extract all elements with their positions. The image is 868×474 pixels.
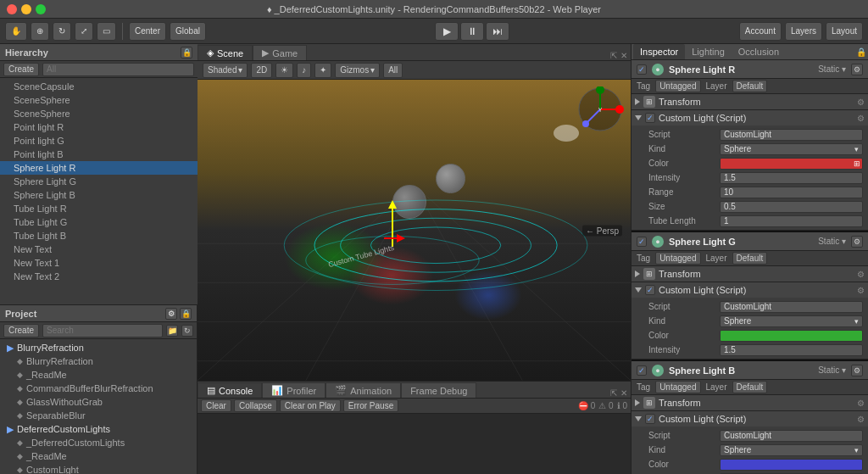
layer-value-r[interactable]: Default <box>732 80 768 92</box>
list-item[interactable]: ▶ DeferredCustomLights <box>0 422 197 436</box>
project-folder[interactable]: 📁 <box>166 325 178 337</box>
intensity-value-g[interactable]: 1.5 <box>720 344 863 356</box>
inspector-settings-r[interactable]: ⚙ <box>851 64 863 75</box>
script-settings-g[interactable]: ⚙ <box>857 286 865 295</box>
pivot-mode[interactable]: Center <box>129 22 166 41</box>
transform-header-r[interactable]: ⊞ Transform ⚙ <box>632 94 868 109</box>
list-item[interactable]: Sphere Light B <box>0 188 198 202</box>
account-button[interactable]: Account <box>739 22 782 41</box>
tag-value-g[interactable]: Untagged <box>655 252 700 265</box>
scene-tab[interactable]: ◈ Scene <box>198 45 253 60</box>
list-item[interactable]: New Text <box>0 243 198 256</box>
active-checkbox-g[interactable]: ✓ <box>637 237 647 247</box>
script-value-g[interactable]: CustomLight <box>720 301 863 313</box>
project-settings[interactable]: ⚙ <box>165 308 177 320</box>
error-pause-button[interactable]: Error Pause <box>343 399 398 412</box>
scale-tool[interactable]: ⤢ <box>75 22 93 41</box>
scene-audio-toggle[interactable]: ♪ <box>297 63 311 78</box>
transform-header-g[interactable]: ⊞ Transform ⚙ <box>632 266 868 282</box>
active-checkbox-r[interactable]: ✓ <box>637 64 647 75</box>
list-item[interactable]: ▶ BlurryRefraction <box>0 341 197 354</box>
sphere-light-r-item[interactable]: Sphere Light R <box>0 161 198 175</box>
console-tab[interactable]: ▤ Console <box>198 382 262 398</box>
shading-dropdown[interactable]: Shaded ▾ <box>203 63 248 78</box>
kind-value-b[interactable]: Sphere ▾ <box>720 444 863 456</box>
scene-light-toggle[interactable]: ☀ <box>275 63 293 78</box>
list-item[interactable]: Point light G <box>0 134 198 148</box>
project-search[interactable] <box>42 324 163 337</box>
transform-settings-r[interactable]: ⚙ <box>857 98 865 107</box>
range-value-r[interactable]: 10 <box>720 187 863 198</box>
animation-tab[interactable]: 🎬 Animation <box>326 382 401 398</box>
list-item[interactable]: ◆ _ReadMe <box>0 368 197 382</box>
inspector-tab[interactable]: Inspector <box>633 44 685 59</box>
script-settings-r[interactable]: ⚙ <box>857 114 865 123</box>
hierarchy-create-btn[interactable]: Create <box>3 63 39 76</box>
list-item[interactable]: ◆ GlassWithoutGrab <box>0 395 197 409</box>
2d-toggle[interactable]: 2D <box>251 63 272 78</box>
maximize-scene-icon[interactable]: ⇱ <box>610 51 617 60</box>
active-checkbox-b[interactable]: ✓ <box>637 365 647 376</box>
clear-on-play-button[interactable]: Clear on Play <box>280 399 341 412</box>
inspector-lock-icon[interactable]: 🔒 <box>856 47 866 57</box>
layers-button[interactable]: Layers <box>785 22 822 41</box>
move-tool[interactable]: ⊕ <box>31 22 49 41</box>
profiler-tab[interactable]: 📊 Profiler <box>262 382 326 398</box>
list-item[interactable]: SceneSphere <box>0 93 198 107</box>
close-console-icon[interactable]: ✕ <box>620 388 627 398</box>
layer-value-g[interactable]: Default <box>732 252 768 265</box>
tag-value-b[interactable]: Untagged <box>655 381 700 393</box>
scene-fx-toggle[interactable]: ✦ <box>314 63 331 78</box>
color-swatch-b[interactable] <box>720 459 863 471</box>
inspector-settings-b[interactable]: ⚙ <box>851 365 863 376</box>
clear-button[interactable]: Clear <box>201 399 231 412</box>
list-item[interactable]: SceneSphere <box>0 107 198 120</box>
list-item[interactable]: ◆ CommandBufferBlurRefraction <box>0 382 197 395</box>
game-tab[interactable]: ▶ Game <box>253 45 307 60</box>
tube-length-value-r[interactable]: 1 <box>720 215 863 227</box>
hierarchy-search[interactable] <box>42 63 194 76</box>
list-item[interactable]: Sphere Light G <box>0 175 198 188</box>
scene-search[interactable]: All <box>383 63 403 78</box>
collapse-button[interactable]: Collapse <box>234 399 277 412</box>
script-value-r[interactable]: CustomLight <box>720 129 863 141</box>
hand-tool[interactable]: ✋ <box>5 22 27 41</box>
rotate-tool[interactable]: ↻ <box>53 22 71 41</box>
scene-view[interactable]: ← Persp Y <box>198 80 631 381</box>
script-active-b[interactable]: ✓ <box>645 414 655 424</box>
frame-debug-tab[interactable]: Frame Debug <box>401 382 476 398</box>
list-item[interactable]: ◆ _DeferredCustomLights <box>0 436 197 449</box>
maximize-console-icon[interactable]: ⇱ <box>610 388 617 398</box>
rect-tool[interactable]: ▭ <box>97 22 116 41</box>
inspector-settings-g[interactable]: ⚙ <box>851 236 863 248</box>
space-mode[interactable]: Global <box>170 22 206 41</box>
step-button[interactable]: ⏭ <box>486 22 509 41</box>
kind-value-g[interactable]: Sphere ▾ <box>720 315 863 327</box>
script-value-b[interactable]: CustomLight <box>720 430 863 442</box>
tag-value-r[interactable]: Untagged <box>655 80 700 92</box>
project-refresh[interactable]: ↻ <box>181 325 193 337</box>
project-create-btn[interactable]: Create <box>3 324 39 337</box>
play-button[interactable]: ▶ <box>435 22 459 41</box>
transform-settings-b[interactable]: ⚙ <box>857 399 865 408</box>
size-value-r[interactable]: 0.5 <box>720 201 863 213</box>
list-item[interactable]: ◆ CustomLight <box>0 463 197 474</box>
transform-header-b[interactable]: ⊞ Transform ⚙ <box>632 395 868 410</box>
maximize-button[interactable] <box>36 4 46 14</box>
kind-value-r[interactable]: Sphere ▾ <box>720 143 863 155</box>
list-item[interactable]: Point light R <box>0 120 198 134</box>
project-lock[interactable]: 🔒 <box>180 308 192 320</box>
scene-gizmo[interactable]: Y <box>577 86 624 133</box>
close-button[interactable] <box>7 4 17 14</box>
custom-light-header-g[interactable]: ✓ Custom Light (Script) ⚙ <box>632 282 868 298</box>
color-swatch-g[interactable] <box>720 330 863 342</box>
lighting-tab[interactable]: Lighting <box>685 44 732 59</box>
list-item[interactable]: Tube Light G <box>0 215 198 229</box>
layer-value-b[interactable]: Default <box>732 381 768 393</box>
list-item[interactable]: New Text 2 <box>0 270 198 283</box>
list-item[interactable]: ◆ _ReadMe <box>0 449 197 463</box>
list-item[interactable]: Tube Light B <box>0 229 198 243</box>
list-item[interactable]: ◆ BlurryRefraction <box>0 354 197 368</box>
gizmos-dropdown[interactable]: Gizmos ▾ <box>335 63 380 78</box>
list-item[interactable]: Tube Light R <box>0 202 198 215</box>
